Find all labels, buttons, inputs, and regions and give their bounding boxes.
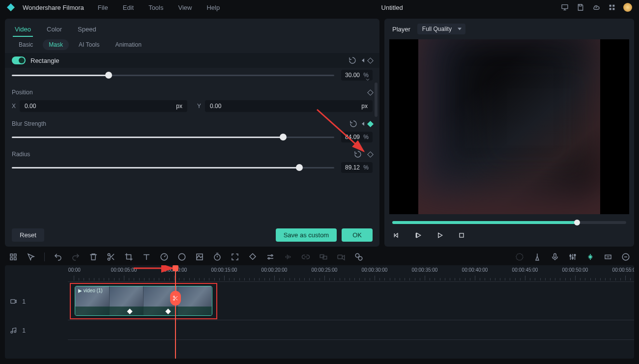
time-label: 00:00:35:00 (412, 267, 438, 273)
zoom-out-icon[interactable] (621, 252, 630, 261)
tab-ai-tools[interactable]: AI Tools (73, 39, 105, 50)
timeline: 1 1 :00:0000:00:05:0000:00:10:0000:00:15… (5, 265, 634, 359)
marker-tool-icon[interactable] (248, 252, 257, 261)
text-icon[interactable] (142, 252, 151, 261)
apps-grid-icon[interactable] (608, 3, 616, 12)
monitor-icon[interactable] (560, 3, 569, 12)
unnamed-slider[interactable] (12, 70, 334, 80)
blur-keyframe-icon[interactable] (367, 121, 374, 127)
position-y-input[interactable]: 0.00px (205, 100, 373, 112)
timer-icon[interactable] (213, 252, 222, 261)
svg-rect-32 (11, 299, 15, 303)
redo-icon[interactable] (71, 252, 80, 261)
split-scissors-icon[interactable] (170, 291, 181, 306)
tab-animation[interactable]: Animation (109, 39, 147, 50)
scissors-icon[interactable] (107, 252, 116, 261)
reset-section-icon[interactable] (348, 56, 357, 65)
save-as-custom-button[interactable]: Save as custom (276, 228, 337, 242)
player-progress[interactable] (392, 221, 626, 224)
menu-help[interactable]: Help (203, 2, 224, 13)
prev-frame-icon[interactable] (392, 231, 401, 240)
trash-icon[interactable] (89, 252, 98, 261)
crop-icon[interactable] (124, 252, 133, 261)
scrollbar[interactable] (375, 83, 378, 117)
next-frame-icon[interactable] (436, 231, 444, 240)
radius-reset-icon[interactable] (353, 150, 362, 159)
adjust-icon[interactable] (266, 252, 275, 261)
time-ruler[interactable]: :00:0000:00:05:0000:00:10:0000:00:15:000… (68, 265, 634, 282)
radius-slider[interactable] (12, 163, 334, 172)
tab-speed[interactable]: Speed (76, 23, 98, 37)
svg-rect-21 (338, 255, 342, 259)
cursor-icon[interactable] (27, 252, 35, 261)
play-icon[interactable] (414, 231, 423, 240)
mic-icon[interactable] (551, 252, 559, 261)
track-options-icon[interactable] (515, 252, 524, 261)
blur-prev-keyframe-icon[interactable] (362, 122, 364, 126)
prop-unnamed-slider: 30.00% (12, 70, 373, 81)
ok-button[interactable]: OK (342, 228, 373, 242)
timeline-canvas[interactable]: :00:0000:00:05:0000:00:10:0000:00:15:000… (68, 265, 634, 359)
audio-track-header: 1 (5, 320, 68, 340)
prop-radius: Radius 89.12% (12, 149, 373, 173)
video-track-row[interactable]: ▶ video (1) (68, 282, 634, 320)
blur-value[interactable]: 84.09% (341, 132, 373, 142)
svg-point-39 (174, 296, 175, 298)
section-enable-toggle[interactable] (12, 56, 26, 64)
quality-select[interactable]: Full Quality (417, 24, 465, 34)
stop-icon[interactable] (457, 231, 466, 240)
video-track-index: 1 (22, 298, 26, 305)
marker-add-icon[interactable] (533, 252, 542, 261)
blur-reset-icon[interactable] (349, 119, 358, 128)
time-label: 00:00:20:00 (261, 267, 288, 273)
tab-video[interactable]: Video (13, 23, 33, 37)
position-x-input[interactable]: 0.00px (20, 100, 187, 112)
position-keyframe-icon[interactable] (367, 89, 374, 96)
undo-icon[interactable] (54, 252, 62, 261)
video-track-icon (10, 298, 17, 305)
tab-mask[interactable]: Mask (43, 39, 69, 50)
record-icon[interactable] (337, 252, 346, 261)
radius-value[interactable]: 89.12% (341, 162, 373, 173)
grid-icon[interactable] (9, 252, 18, 261)
save-icon[interactable] (576, 3, 585, 12)
menu-view[interactable]: View (174, 2, 196, 13)
user-avatar[interactable] (623, 3, 632, 12)
tab-color[interactable]: Color (45, 23, 64, 37)
effects-icon[interactable] (354, 252, 363, 261)
speed-icon[interactable] (160, 252, 169, 261)
link-icon[interactable] (301, 252, 310, 261)
prev-keyframe-icon[interactable] (362, 58, 364, 62)
menu-tools[interactable]: Tools (145, 2, 167, 13)
svg-point-23 (358, 256, 362, 260)
reset-button[interactable]: Reset (12, 228, 44, 242)
svg-point-35 (11, 331, 13, 333)
menu-edit[interactable]: Edit (119, 2, 138, 13)
video-preview[interactable] (389, 39, 629, 214)
audio-track-icon (10, 327, 17, 334)
mask-tool-icon[interactable] (195, 252, 204, 261)
fit-icon[interactable] (231, 252, 239, 261)
video-clip[interactable]: ▶ video (1) (75, 286, 212, 316)
audio-tool-icon[interactable] (284, 252, 292, 261)
chevron-down-icon[interactable] (365, 77, 371, 84)
color-icon[interactable] (177, 252, 186, 261)
svg-rect-1 (610, 5, 611, 7)
tab-basic[interactable]: Basic (13, 39, 39, 50)
playhead[interactable] (175, 265, 176, 359)
top-right-icons (560, 3, 632, 12)
inspector-panel: Video Color Speed Basic Mask AI Tools An… (5, 19, 379, 247)
blur-slider[interactable] (12, 132, 334, 142)
keyframe-icon[interactable] (367, 57, 374, 64)
group-icon[interactable] (319, 252, 328, 261)
cloud-upload-icon[interactable] (592, 3, 601, 12)
section-header: Rectangle (5, 53, 379, 68)
menu-file[interactable]: File (94, 2, 112, 13)
time-label: 00:00:25:00 (312, 267, 338, 273)
player-controls (384, 228, 634, 247)
zoom-fit-icon[interactable] (604, 252, 612, 261)
snap-icon[interactable] (586, 252, 595, 261)
audio-track-row[interactable] (68, 320, 634, 340)
mixer-icon[interactable] (568, 252, 577, 261)
radius-keyframe-icon[interactable] (367, 151, 374, 158)
